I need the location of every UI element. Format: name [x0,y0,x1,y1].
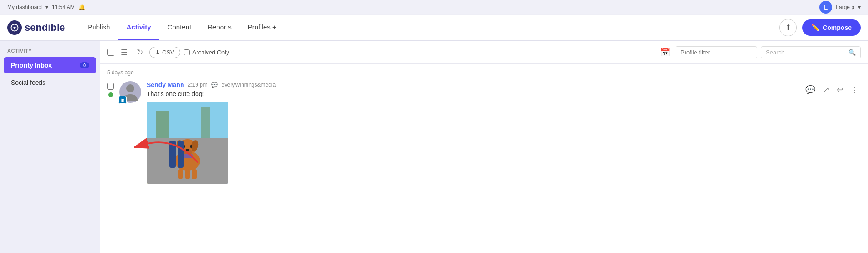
sidebar-section-label: ACTIVITY [0,48,100,57]
nav-publish[interactable]: Publish [79,15,118,40]
list-icon: ☰ [121,48,128,57]
post-time: 2:19 pm [187,82,207,88]
archived-only-label[interactable]: Archived Only [184,49,229,56]
post-checkbox[interactable] [107,83,114,90]
sidebar-priority-inbox-label: Priority Inbox [11,62,52,69]
svg-point-1 [126,84,134,92]
svg-rect-16 [192,169,197,179]
pencil-icon: ✏️ [811,24,820,32]
reply-action-icon[interactable]: ↩ [835,83,845,97]
refresh-button[interactable]: ↻ [134,46,146,59]
toolbar: ☰ ↻ ⬇ CSV Archived Only 📅 Search 🔍 [100,41,868,64]
post-channel: everyWinnings&media [222,82,276,88]
avatar[interactable]: L [819,1,832,14]
archived-only-checkbox[interactable] [184,49,190,55]
sidebar-social-feeds-label: Social feeds [11,79,45,86]
post-author[interactable]: Sendy Mann [147,81,184,88]
search-placeholder: Search [766,49,784,56]
linkedin-icon: in [121,97,125,102]
logo-icon [7,20,22,35]
compose-label: Compose [823,24,852,31]
dropdown-arrow[interactable]: ▾ [45,4,48,10]
nav-links: Publish Activity Content Reports Profile… [79,15,284,40]
search-icon: 🔍 [848,49,856,56]
post-actions: 💬 ↗ ↩ ⋮ [804,81,861,97]
share-action-icon[interactable]: ↗ [821,83,831,97]
nav-content[interactable]: Content [159,15,200,40]
upload-icon: ⬆ [785,23,791,32]
archived-only-text: Archived Only [192,49,229,56]
svg-rect-18 [169,141,176,168]
svg-rect-5 [201,107,210,138]
sidebar-item-priority-inbox[interactable]: Priority Inbox 0 [4,57,96,73]
time-display: 11:54 AM [52,4,75,10]
svg-rect-15 [185,169,190,179]
csv-button[interactable]: ⬇ CSV [149,47,180,58]
date-label: 5 days ago [107,69,861,76]
post-channel-icon: 💬 [211,82,218,88]
main-layout: ACTIVITY Priority Inbox 0 Social feeds ☰… [0,41,868,253]
logo-text: sendible [25,22,65,34]
svg-rect-4 [156,111,169,138]
compose-button[interactable]: ✏️ Compose [802,19,861,36]
nav-reports[interactable]: Reports [199,15,240,40]
svg-rect-14 [178,169,183,179]
svg-rect-19 [178,141,184,168]
notification-bell-icon[interactable]: 🔔 [79,4,85,10]
profile-filter-input[interactable] [676,46,757,58]
linkedin-badge: in [118,96,127,104]
sidebar-item-social-feeds[interactable]: Social feeds [4,74,96,91]
csv-label: CSV [162,49,174,56]
more-action-icon[interactable]: ⋮ [849,83,861,97]
dashboard-label[interactable]: My dashboard [7,4,42,10]
nav-bar: sendible Publish Activity Content Report… [0,15,868,41]
upload-button[interactable]: ⬆ [779,19,797,36]
user-label[interactable]: Large p [836,4,854,10]
download-icon: ⬇ [155,49,160,56]
post-header: Sendy Mann 2:19 pm 💬 everyWinnings&media [147,81,798,88]
nav-activity[interactable]: Activity [118,15,159,40]
calendar-button[interactable]: 📅 [658,45,672,59]
logo[interactable]: sendible [7,20,65,35]
priority-inbox-badge: 0 [80,62,89,68]
comment-action-icon[interactable]: 💬 [804,83,817,97]
svg-point-13 [190,145,192,148]
top-bar-right: L Large p ▾ [819,1,861,14]
search-box[interactable]: Search 🔍 [761,46,861,58]
feed-area: 5 days ago in [100,64,868,253]
post-text: That's one cute dog! [147,90,798,97]
top-bar: My dashboard ▾ 11:54 AM 🔔 L Large p ▾ [0,0,868,15]
sidebar: ACTIVITY Priority Inbox 0 Social feeds [0,41,100,253]
post-avatar: in [119,81,141,103]
content-area: ☰ ↻ ⬇ CSV Archived Only 📅 Search 🔍 [100,41,868,253]
nav-bar-right: ⬆ ✏️ Compose [779,19,861,36]
nav-profiles[interactable]: Profiles + [240,15,285,40]
list-view-button[interactable]: ☰ [118,46,130,59]
select-all-checkbox[interactable] [107,49,114,56]
green-dot [108,92,113,97]
svg-point-11 [186,149,189,151]
post-checkbox-col [107,81,114,97]
post-item: in Sendy Mann 2:19 pm 💬 everyWinnings&me… [107,81,861,184]
post-image [147,102,228,184]
post-content: Sendy Mann 2:19 pm 💬 everyWinnings&media… [147,81,798,184]
calendar-icon: 📅 [660,48,670,57]
refresh-icon: ↻ [137,48,143,57]
user-dropdown-icon[interactable]: ▾ [858,4,861,10]
